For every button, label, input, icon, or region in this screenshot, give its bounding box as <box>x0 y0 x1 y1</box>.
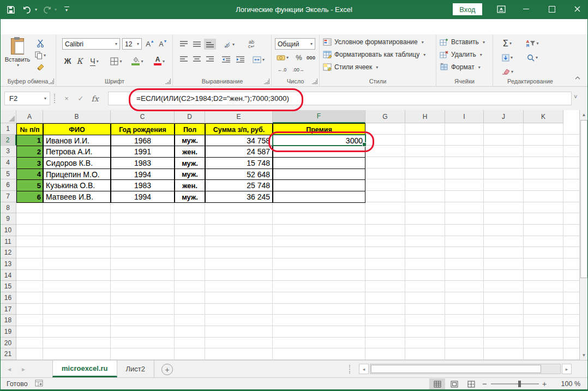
align-center-button[interactable] <box>191 54 203 65</box>
comma-format-button[interactable]: 000 <box>304 52 317 63</box>
row-header-18[interactable]: 18 <box>0 315 16 326</box>
row-header-7[interactable]: 7 <box>0 191 16 202</box>
row-header-16[interactable]: 16 <box>0 292 16 304</box>
cell-B3[interactable]: Петрова А.И. <box>43 146 111 158</box>
font-color-button[interactable]: А ▾ <box>149 55 169 67</box>
cell-E6[interactable]: 25 748 <box>205 179 273 191</box>
borders-button[interactable]: ▾ <box>107 55 125 67</box>
orientation-button[interactable]: ab ▾ <box>220 39 238 50</box>
customize-qat-icon[interactable]: ▾ <box>60 3 73 16</box>
macro-record-icon[interactable] <box>35 380 43 387</box>
delete-cells-button[interactable]: Удалить▾ <box>440 51 482 58</box>
scroll-up-icon[interactable]: ▲ <box>580 110 588 119</box>
row-header-1[interactable]: 1 <box>0 123 16 135</box>
cell-B5[interactable]: Прицепин М.О. <box>43 169 111 180</box>
undo-dropdown-icon[interactable]: ▾ <box>35 7 37 12</box>
redo-icon[interactable] <box>40 3 53 16</box>
column-header-G[interactable]: G <box>365 110 405 123</box>
cell-F7[interactable] <box>273 191 365 203</box>
cell-A7[interactable]: 6 <box>16 191 43 203</box>
cell-A6[interactable]: 5 <box>16 179 43 191</box>
column-header-I[interactable]: I <box>445 110 484 123</box>
row-header-20[interactable]: 20 <box>0 338 16 348</box>
maximize-button[interactable] <box>541 0 563 18</box>
shrink-font-button[interactable]: А▼ <box>157 38 169 50</box>
column-header-D[interactable]: D <box>175 110 205 123</box>
row-header-8[interactable]: 8 <box>0 202 16 213</box>
zoom-in-button[interactable]: + <box>542 378 547 389</box>
cell-B4[interactable]: Сидоров К.В. <box>43 157 111 169</box>
row-header-3[interactable]: 3 <box>0 146 16 157</box>
view-page-layout-button[interactable] <box>446 378 462 389</box>
cell-D6[interactable]: жен. <box>175 179 205 191</box>
row-header-11[interactable]: 11 <box>0 236 16 247</box>
hscroll-resize-handle[interactable] <box>349 365 350 374</box>
insert-function-icon[interactable]: fx <box>88 92 101 105</box>
close-button[interactable] <box>566 0 588 18</box>
cell-C6[interactable]: 1983 <box>111 179 175 191</box>
cell-D3[interactable]: жен. <box>175 146 205 158</box>
row-header-17[interactable]: 17 <box>0 304 16 315</box>
align-bottom-button[interactable] <box>204 39 216 50</box>
name-box[interactable]: F2 ▾ <box>4 92 50 105</box>
sign-in-button[interactable]: Вход <box>453 3 482 15</box>
cut-button[interactable] <box>34 38 47 49</box>
cell-A5[interactable]: 4 <box>16 169 43 180</box>
autosum-button[interactable]: Σ▾ <box>497 38 517 49</box>
horizontal-scrollbar[interactable] <box>370 364 561 374</box>
cell-F5[interactable] <box>273 169 365 180</box>
cell-D4[interactable]: муж. <box>175 157 205 169</box>
clear-button[interactable]: ▾ <box>497 66 517 77</box>
zoom-slider-thumb[interactable] <box>518 381 521 387</box>
format-as-table-button[interactable]: Форматировать как таблицу▾ <box>323 51 425 58</box>
underline-button[interactable]: Ч▾ <box>86 55 103 67</box>
column-header-C[interactable]: C <box>111 110 175 123</box>
row-header-10[interactable]: 10 <box>0 225 16 236</box>
enter-entry-icon[interactable]: ✓ <box>74 92 87 105</box>
cell-F4[interactable] <box>273 157 365 169</box>
cell-D2[interactable]: муж. <box>175 135 205 146</box>
cell-styles-button[interactable]: Стили ячеек▾ <box>323 63 378 71</box>
increase-decimal-button[interactable]: ←.0 <box>275 65 289 75</box>
column-header-H[interactable]: H <box>405 110 445 123</box>
sort-filter-button[interactable]: АЯ ▾ <box>521 38 543 49</box>
decrease-decimal-button[interactable]: .00→ <box>291 65 305 75</box>
cancel-entry-icon[interactable]: × <box>60 92 73 105</box>
increase-indent-button[interactable] <box>233 54 247 65</box>
grow-font-button[interactable]: А▲ <box>144 38 156 50</box>
cell-C7[interactable]: 1994 <box>111 191 175 203</box>
cell-C2[interactable]: 1968 <box>111 135 175 146</box>
formula-bar-expand-icon[interactable]: ˅ <box>574 93 577 100</box>
paste-button[interactable]: Вставить ▾ <box>4 37 31 75</box>
wrap-text-button[interactable]: abc↵ <box>243 38 260 51</box>
zoom-out-button[interactable]: − <box>482 378 487 389</box>
share-button[interactable]: Поделиться <box>512 23 563 31</box>
fill-color-button[interactable]: ▾ <box>128 55 147 67</box>
sheet-nav-left-icon[interactable]: ◂ <box>8 365 11 373</box>
cell-E2[interactable]: 34 758 <box>205 135 273 146</box>
row-header-19[interactable]: 19 <box>0 326 16 338</box>
view-normal-button[interactable] <box>429 378 445 389</box>
align-right-button[interactable] <box>204 54 216 65</box>
cell-B7[interactable]: Матвеев И.В. <box>43 191 111 203</box>
cell-C3[interactable]: 1991 <box>111 146 175 158</box>
column-header-K[interactable]: K <box>524 110 563 123</box>
font-size-select[interactable]: 12 ▾ <box>122 38 142 50</box>
sheet-tab-лист2[interactable]: Лист2 <box>117 360 154 377</box>
cell-A4[interactable]: 3 <box>16 157 43 169</box>
align-middle-button[interactable] <box>191 39 203 50</box>
cell-E7[interactable]: 36 245 <box>205 191 273 203</box>
copy-button[interactable]: ▾ <box>34 50 47 61</box>
sheet-nav-right-icon[interactable]: ▸ <box>22 365 25 373</box>
row-header-9[interactable]: 9 <box>0 213 16 225</box>
add-sheet-button[interactable]: + <box>161 364 173 375</box>
cell-F3[interactable] <box>273 146 365 158</box>
font-name-select[interactable]: Calibri ▾ <box>62 38 120 50</box>
cell-E4[interactable]: 15 748 <box>205 157 273 169</box>
currency-format-button[interactable]: ▾ <box>274 52 291 63</box>
italic-button[interactable]: К <box>74 55 85 67</box>
row-header-21[interactable]: 21 <box>0 348 16 360</box>
vertical-scrollbar[interactable]: ▲ ▼ <box>579 110 588 360</box>
row-header-5[interactable]: 5 <box>0 169 16 179</box>
scroll-down-icon[interactable]: ▼ <box>580 351 588 360</box>
